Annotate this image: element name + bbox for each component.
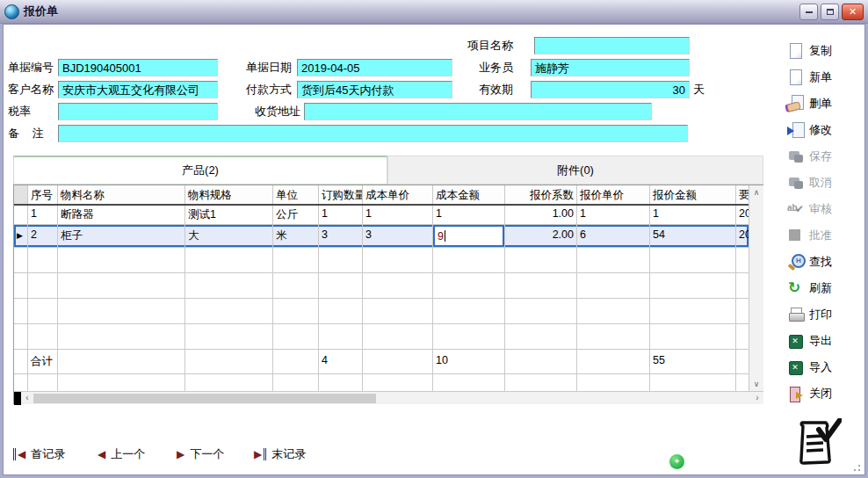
address-label: 收货地址 — [225, 103, 300, 120]
refresh-icon — [787, 279, 805, 297]
minimize-icon — [806, 11, 813, 13]
row-indicator-header — [14, 185, 28, 204]
app-globe-icon — [4, 4, 19, 19]
empty-row[interactable] — [14, 324, 749, 350]
find-button[interactable]: 查找 — [787, 251, 864, 272]
empty-row[interactable] — [14, 248, 749, 273]
col-header-unit: 单位 — [273, 185, 319, 204]
next-record-button[interactable]: ▶下一个 — [177, 445, 224, 464]
payment-input[interactable]: 货到后45天内付款 — [297, 81, 452, 98]
delete-doc-button[interactable]: 删单 — [787, 93, 864, 114]
scroll-left-icon[interactable]: ‹ — [21, 392, 33, 404]
maximize-icon — [827, 9, 834, 15]
tab-products[interactable]: 产品(2) — [13, 156, 387, 185]
table-row[interactable]: 1 断路器 测试1 公斤 1 1 1 1.00 1 1 20 — [14, 206, 749, 225]
remark-input[interactable] — [58, 125, 688, 142]
cancel-button: 取消 — [787, 172, 864, 193]
last-record-icon: ▶ — [254, 448, 266, 460]
col-header-cost-amount: 成本金额 — [433, 185, 505, 204]
tax-rate-label: 税率 — [8, 103, 57, 120]
project-name-input[interactable] — [534, 37, 690, 54]
copy-icon — [787, 42, 805, 60]
save-button: 保存 — [787, 146, 864, 167]
doc-date-input[interactable]: 2019-04-05 — [297, 59, 452, 76]
horizontal-scroll-thumb[interactable] — [33, 394, 376, 403]
empty-row — [14, 374, 749, 391]
doc-no-input[interactable]: BJD190405001 — [58, 59, 218, 76]
text-caret — [445, 230, 445, 242]
tab-attachments[interactable]: 附件(0) — [387, 156, 763, 185]
total-quote-amount: 55 — [650, 350, 736, 373]
col-header-quote-amount: 报价金额 — [650, 185, 736, 204]
save-icon — [787, 148, 805, 165]
last-record-button[interactable]: ▶末记录 — [254, 445, 306, 464]
scroll-right-icon[interactable]: › — [751, 392, 763, 404]
title-bar[interactable]: 报价单 ✕ — [0, 0, 868, 24]
total-cost-amount: 10 — [433, 350, 505, 373]
table-header-row: 序号 物料名称 物料规格 单位 订购数量 成本单价 成本金额 报价系数 报价单价… — [14, 185, 749, 206]
window-body: 项目名称 单据编号 BJD190405001 单据日期 2019-04-05 业… — [3, 24, 865, 475]
doc-date-label: 单据日期 — [246, 59, 295, 76]
validity-label: 有效期 — [443, 81, 513, 98]
col-header-material-name: 物料名称 — [58, 185, 185, 204]
table-row-selected[interactable]: ▶ 2 柜子 大 米 3 3 9 2.00 6 54 20 — [14, 225, 749, 248]
notepad-check-icon — [792, 418, 842, 469]
export-button[interactable]: 导出 — [787, 330, 864, 351]
quotation-window: 报价单 ✕ 项目名称 单据编号 BJD190405001 单据日期 2019-0… — [0, 0, 868, 478]
scroll-down-icon[interactable]: ∨ — [749, 377, 763, 391]
first-record-button[interactable]: ◀首记录 — [13, 445, 65, 464]
address-input[interactable] — [304, 103, 652, 120]
salesperson-input[interactable]: 施静芳 — [531, 59, 690, 76]
close-button[interactable]: ✕ — [842, 4, 864, 20]
validity-unit-label: 天 — [693, 81, 711, 98]
cancel-icon — [787, 174, 805, 192]
validity-input[interactable]: 30 — [531, 81, 690, 98]
scroll-up-icon[interactable]: ∧ — [749, 185, 763, 199]
col-header-required-date: 要 — [736, 185, 749, 204]
audit-button: 审核 — [787, 199, 864, 220]
col-header-material-spec: 物料规格 — [185, 185, 273, 204]
close-form-button[interactable]: 关闭 — [787, 383, 864, 404]
remark-label: 备 注 — [8, 125, 57, 142]
excel-import-icon — [787, 358, 805, 376]
maximize-button[interactable] — [821, 4, 839, 20]
empty-row[interactable] — [14, 273, 749, 299]
col-header-order-qty: 订购数量 — [319, 185, 363, 204]
salesperson-label: 业务员 — [443, 59, 513, 76]
minimize-button[interactable] — [799, 4, 818, 20]
modify-button[interactable]: 修改 — [787, 120, 864, 141]
total-order-qty: 4 — [319, 350, 363, 373]
payment-label: 付款方式 — [246, 81, 295, 98]
tax-rate-input[interactable] — [58, 103, 218, 120]
refresh-button[interactable]: 刷新 — [787, 278, 864, 299]
new-doc-icon — [787, 69, 805, 86]
window-title: 报价单 — [24, 4, 797, 19]
copy-button[interactable]: 复制 — [787, 40, 864, 62]
project-name-label: 项目名称 — [425, 37, 513, 54]
first-record-icon: ◀ — [13, 448, 25, 460]
vertical-scrollbar[interactable]: ∧ ∨ — [749, 185, 763, 391]
excel-export-icon — [787, 332, 805, 350]
total-row: 合计 4 10 55 — [14, 350, 749, 374]
prev-record-button[interactable]: ◀上一个 — [98, 445, 145, 464]
close-form-icon — [787, 385, 805, 402]
tab-bar: 产品(2) 附件(0) — [13, 156, 763, 185]
find-icon — [787, 253, 805, 271]
modify-icon — [787, 121, 805, 139]
cell-edit-input[interactable]: 9 — [433, 225, 504, 247]
horizontal-scrollbar[interactable]: ‹ › — [14, 391, 763, 404]
close-icon: ✕ — [849, 6, 857, 17]
print-button[interactable]: 打印 — [787, 304, 864, 325]
doc-no-label: 单据编号 — [8, 59, 57, 76]
prev-record-icon: ◀ — [98, 448, 105, 460]
col-header-quote-factor: 报价系数 — [505, 185, 577, 204]
empty-row[interactable] — [14, 299, 749, 324]
total-label: 合计 — [28, 350, 58, 373]
approve-icon — [787, 227, 805, 244]
green-status-icon[interactable]: ✦ — [669, 454, 684, 469]
print-icon — [787, 306, 805, 323]
resize-grip[interactable] — [850, 461, 861, 472]
customer-input[interactable]: 安庆市大观五交化有限公司 — [58, 81, 218, 98]
import-button[interactable]: 导入 — [787, 357, 864, 378]
new-doc-button[interactable]: 新单 — [787, 67, 864, 88]
